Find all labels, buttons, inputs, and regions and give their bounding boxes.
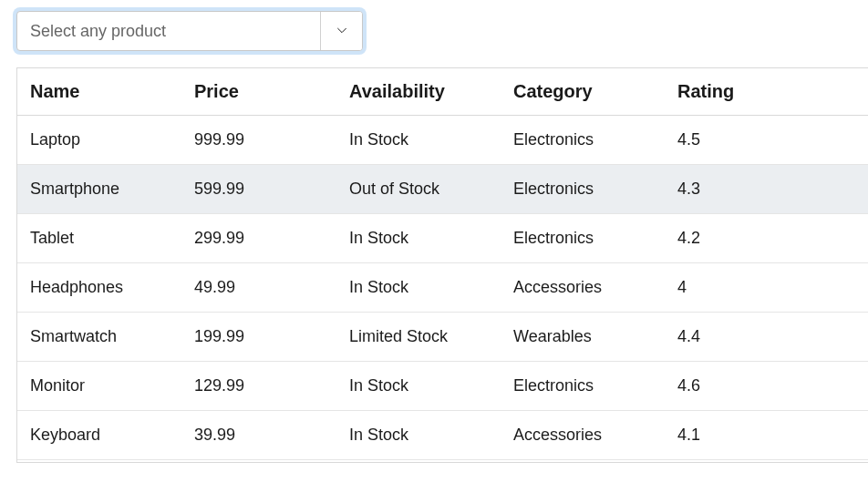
product-grid: Name Price Availability Category Rating …	[16, 67, 868, 463]
cell-price: 129.99	[189, 376, 344, 395]
grid-body[interactable]: Laptop999.99In StockElectronics4.5Smartp…	[17, 116, 868, 462]
cell-category: Electronics	[508, 130, 672, 149]
cell-availability: In Stock	[344, 376, 508, 395]
cell-price: 999.99	[189, 130, 344, 149]
column-header-name[interactable]: Name	[25, 81, 189, 102]
cell-name: Smartphone	[25, 180, 189, 199]
cell-rating: 4.6	[672, 376, 865, 395]
chevron-down-icon	[335, 23, 349, 40]
cell-rating: 4.2	[672, 229, 865, 248]
table-row[interactable]: Tablet299.99In StockElectronics4.2	[17, 214, 868, 263]
column-header-category[interactable]: Category	[508, 81, 672, 102]
cell-price: 299.99	[189, 229, 344, 248]
table-row[interactable]: Keyboard39.99In StockAccessories4.1	[17, 411, 868, 460]
table-row[interactable]: Monitor129.99In StockElectronics4.6	[17, 362, 868, 411]
cell-availability: Out of Stock	[344, 180, 508, 199]
column-header-availability[interactable]: Availability	[344, 81, 508, 102]
cell-category: Accessories	[508, 278, 672, 297]
table-row[interactable]: Smartphone599.99Out of StockElectronics4…	[17, 165, 868, 214]
cell-availability: In Stock	[344, 278, 508, 297]
cell-category: Electronics	[508, 180, 672, 199]
table-row[interactable]: Laptop999.99In StockElectronics4.5	[17, 116, 868, 165]
grid-header-row: Name Price Availability Category Rating	[17, 67, 868, 116]
cell-availability: In Stock	[344, 426, 508, 445]
cell-name: Keyboard	[25, 426, 189, 445]
cell-category: Wearables	[508, 327, 672, 346]
cell-price: 49.99	[189, 278, 344, 297]
cell-price: 199.99	[189, 327, 344, 346]
table-row[interactable]: Smartwatch199.99Limited StockWearables4.…	[17, 313, 868, 362]
cell-rating: 4	[672, 278, 865, 297]
cell-rating: 4.3	[672, 180, 865, 199]
cell-category: Accessories	[508, 426, 672, 445]
table-row[interactable]: Headphones49.99In StockAccessories4	[17, 263, 868, 313]
column-header-price[interactable]: Price	[189, 81, 344, 102]
cell-name: Headphones	[25, 278, 189, 297]
cell-category: Electronics	[508, 229, 672, 248]
cell-price: 599.99	[189, 180, 344, 199]
cell-availability: In Stock	[344, 130, 508, 149]
table-row[interactable]: Mouse19.99Out of StockAccessories4.3	[17, 460, 868, 462]
cell-availability: Limited Stock	[344, 327, 508, 346]
cell-name: Laptop	[25, 130, 189, 149]
cell-availability: In Stock	[344, 229, 508, 248]
cell-name: Monitor	[25, 376, 189, 395]
product-combobox[interactable]	[16, 11, 363, 51]
cell-price: 39.99	[189, 426, 344, 445]
cell-name: Smartwatch	[25, 327, 189, 346]
cell-category: Electronics	[508, 376, 672, 395]
cell-rating: 4.4	[672, 327, 865, 346]
column-header-rating[interactable]: Rating	[672, 81, 865, 102]
product-combobox-input[interactable]	[17, 12, 320, 50]
product-combobox-toggle-button[interactable]	[320, 12, 362, 50]
cell-rating: 4.1	[672, 426, 865, 445]
cell-rating: 4.5	[672, 130, 865, 149]
cell-name: Tablet	[25, 229, 189, 248]
